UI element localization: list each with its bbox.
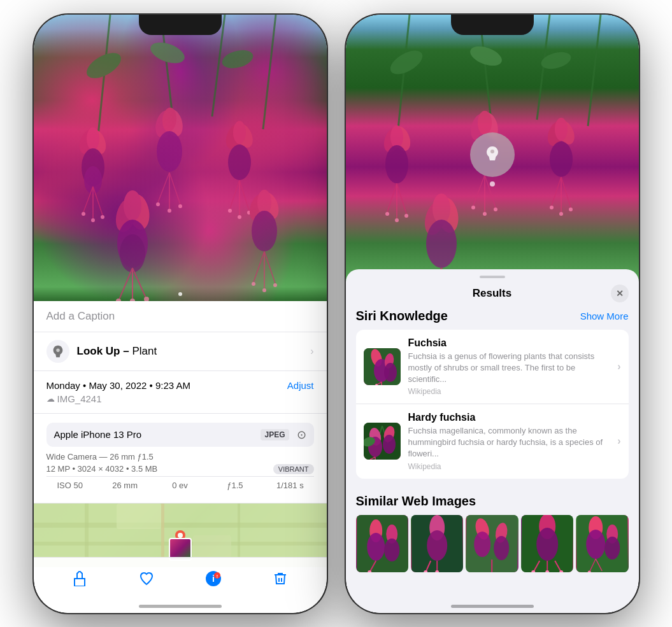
like-button[interactable] [132,565,161,593]
lookup-label: Look Up – Plant [77,345,157,358]
svg-point-21 [157,131,182,172]
svg-point-84 [385,145,408,183]
phone-1-screen: Add a Caption Look Up – Plant › [34,15,327,613]
info-button[interactable]: i ! [199,565,227,593]
camera-resolution-row: 12 MP • 3024 × 4032 • 3.5 MB VIBRANT [46,464,314,474]
svg-line-53 [254,251,264,282]
fuchsia-chevron: › [617,361,620,372]
svg-rect-61 [34,523,327,528]
svg-point-161 [536,528,558,561]
siri-dot [490,181,495,187]
lookup-row[interactable]: Look Up – Plant › [34,332,327,371]
svg-point-141 [367,533,385,561]
svg-point-40 [124,190,141,221]
fuchsia-source: Wikipedia [408,387,610,396]
exif-aperture: ƒ1.5 [211,481,259,490]
svg-line-74 [397,15,410,142]
svg-line-105 [552,177,561,206]
svg-point-148 [427,530,447,561]
adjust-button[interactable]: Adjust [287,380,314,391]
svg-point-88 [385,212,389,216]
fuchsia-thumbnail [364,348,401,385]
exif-focal: 26 mm [101,481,148,490]
notch-2 [451,15,534,35]
svg-point-52 [252,211,277,251]
info-section: Monday • May 30, 2022 • 9:23 AM Adjust ☁… [34,371,327,414]
show-more-button[interactable]: Show More [580,311,629,321]
delete-button[interactable] [266,565,294,593]
svg-point-98 [471,206,475,209]
svg-point-42 [120,234,145,272]
svg-point-83 [390,125,403,148]
panel-header: Results ✕ [346,278,639,309]
svg-line-85 [387,183,397,212]
svg-text:!: ! [217,574,218,579]
svg-line-22 [158,173,169,202]
web-images-title: Similar Web Images [356,494,629,509]
svg-point-172 [604,537,620,560]
svg-point-157 [494,536,510,560]
svg-point-69 [178,533,183,538]
svg-point-90 [404,214,408,218]
lookup-chevron: › [310,346,313,357]
svg-point-128 [384,363,397,382]
lookup-icon [46,340,69,363]
photo-background-2 [346,15,639,307]
svg-line-45 [132,268,147,299]
web-images-grid [356,515,629,572]
svg-point-104 [550,141,573,177]
photo-view[interactable] [34,15,327,301]
svg-point-47 [130,299,135,301]
svg-point-170 [586,530,605,559]
siri-visual-lookup-icon[interactable] [470,132,515,177]
camera-lens-text: Wide Camera — 26 mm ƒ1.5 [46,452,314,461]
cloud-icon: ☁ [46,394,55,404]
camera-model-row: Apple iPhone 13 Pro JPEG ⊙ [46,423,314,447]
svg-point-114 [426,220,457,268]
svg-point-30 [233,121,246,144]
web-image-2[interactable] [411,515,463,572]
svg-point-48 [144,297,149,301]
camera-section: Apple iPhone 13 Pro JPEG ⊙ Wide Camera —… [34,414,327,504]
svg-point-110 [569,208,573,211]
svg-point-89 [395,218,399,222]
web-image-1[interactable] [356,515,408,572]
svg-line-95 [473,175,485,206]
svg-point-137 [383,435,396,454]
web-images-section: Similar Web Images [346,486,639,580]
location-row: ☁ IMG_4241 [46,393,314,404]
share-button[interactable] [66,565,94,593]
siri-knowledge-title: Siri Knowledge [356,309,448,323]
svg-line-3 [263,15,276,129]
web-image-4[interactable] [521,515,573,572]
siri-knowledge-header: Siri Knowledge Show More [356,309,629,323]
panel-close-button[interactable]: ✕ [611,285,629,302]
svg-point-155 [475,532,491,557]
fuchsia-desc: Fuchsia is a genus of flowering plants t… [408,351,610,386]
knowledge-item-fuchsia[interactable]: Fuchsia Fuchsia is a genus of flowering … [356,330,629,404]
filename-text: IMG_4241 [57,393,102,404]
exif-shutter: 1/181 s [266,481,313,490]
svg-line-87 [397,183,406,214]
web-image-3[interactable] [466,515,518,572]
svg-point-15 [82,212,85,216]
svg-point-103 [555,118,568,141]
svg-point-113 [433,194,450,224]
caption-placeholder[interactable]: Add a Caption [46,310,115,322]
svg-point-109 [559,212,563,216]
hardy-fuchsia-source: Wikipedia [408,462,610,471]
svg-point-100 [494,208,497,211]
camera-model-text: Apple iPhone 13 Pro [54,429,142,440]
svg-rect-66 [117,504,161,529]
fuchsia-name: Fuchsia [408,337,610,349]
panel-title: Results [473,287,511,300]
svg-point-31 [228,144,251,180]
phones-container: Add a Caption Look Up – Plant › [21,2,652,626]
web-image-5[interactable] [576,515,628,572]
hardy-fuchsia-thumbnail [364,423,401,460]
caption-area[interactable]: Add a Caption [34,301,327,332]
svg-point-56 [252,282,255,286]
svg-point-145 [384,539,399,561]
filter-badge: VIBRANT [273,464,314,474]
knowledge-item-hardy-fuchsia[interactable]: Hardy fuchsia Fuchsia magellanica, commo… [356,404,629,479]
